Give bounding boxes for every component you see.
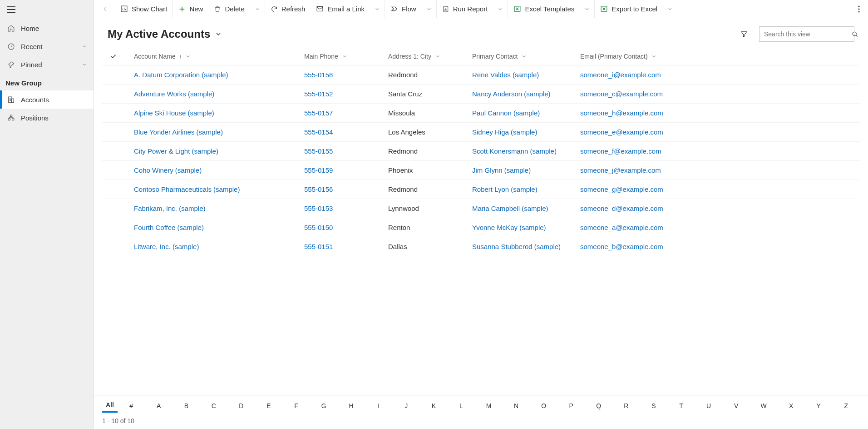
email-link[interactable]: someone_h@example.com — [580, 109, 663, 117]
cmd-delete[interactable]: Delete — [208, 0, 250, 18]
email-link[interactable]: someone_g@example.com — [580, 185, 663, 193]
alpha-filter-l[interactable]: L — [448, 399, 475, 412]
phone-link[interactable]: 555-0159 — [304, 166, 333, 174]
sidebar-item-recent[interactable]: Recent — [0, 37, 94, 55]
phone-link[interactable]: 555-0153 — [304, 205, 333, 212]
cmd-export-excel-chevron[interactable] — [663, 0, 677, 18]
table-row[interactable]: Alpine Ski House (sample)555-0157Missoul… — [102, 104, 860, 123]
account-name-link[interactable]: Fabrikam, Inc. (sample) — [134, 205, 206, 212]
alpha-filter-b[interactable]: B — [173, 399, 200, 412]
contact-link[interactable]: Jim Glynn (sample) — [472, 166, 531, 174]
search-input[interactable] — [760, 30, 848, 38]
table-row[interactable]: Coho Winery (sample)555-0159PhoenixJim G… — [102, 161, 860, 180]
alpha-filter-c[interactable]: C — [200, 399, 228, 412]
alpha-filter-z[interactable]: Z — [833, 399, 860, 412]
email-link[interactable]: someone_a@example.com — [580, 224, 663, 231]
phone-link[interactable]: 555-0157 — [304, 109, 333, 117]
alpha-filter-r[interactable]: R — [612, 399, 640, 412]
table-row[interactable]: Adventure Works (sample)555-0152Santa Cr… — [102, 85, 860, 104]
account-name-link[interactable]: Adventure Works (sample) — [134, 90, 214, 98]
table-row[interactable]: City Power & Light (sample)555-0155Redmo… — [102, 142, 860, 161]
contact-link[interactable]: Maria Campbell (sample) — [472, 205, 548, 212]
account-name-link[interactable]: Contoso Pharmaceuticals (sample) — [134, 185, 240, 193]
table-row[interactable]: Contoso Pharmaceuticals (sample)555-0156… — [102, 180, 860, 199]
contact-link[interactable]: Robert Lyon (sample) — [472, 185, 538, 193]
alpha-filter-m[interactable]: M — [475, 399, 503, 412]
alpha-filter-d[interactable]: D — [227, 399, 255, 412]
column-header-main-phone[interactable]: Main Phone — [304, 53, 388, 60]
sidebar-item-home[interactable]: Home — [0, 19, 94, 37]
contact-link[interactable]: Scott Konersmann (sample) — [472, 147, 557, 155]
hamburger-button[interactable] — [0, 0, 94, 19]
sidebar-item-pinned[interactable]: Pinned — [0, 55, 94, 74]
cmd-flow-chevron[interactable] — [422, 0, 437, 18]
column-header-primary-contact[interactable]: Primary Contact — [472, 53, 580, 60]
cmd-overflow[interactable] — [852, 0, 866, 18]
alpha-filter-f[interactable]: F — [282, 399, 310, 412]
cmd-email-link[interactable]: Email a Link — [311, 0, 370, 18]
contact-link[interactable]: Yvonne McKay (sample) — [472, 224, 546, 231]
cmd-new[interactable]: New — [173, 0, 208, 18]
alpha-filter-h[interactable]: H — [337, 399, 365, 412]
alpha-filter-all[interactable]: All — [102, 399, 118, 413]
column-header-email[interactable]: Email (Primary Contact) — [580, 53, 735, 60]
alpha-filter-a[interactable]: A — [145, 399, 173, 412]
alpha-filter-n[interactable]: N — [503, 399, 530, 412]
alpha-filter-x[interactable]: X — [777, 399, 805, 412]
phone-link[interactable]: 555-0156 — [304, 185, 333, 193]
alpha-filter-g[interactable]: G — [310, 399, 338, 412]
email-link[interactable]: someone_b@example.com — [580, 243, 663, 250]
cmd-excel-templates-chevron[interactable] — [580, 0, 595, 18]
account-name-link[interactable]: A. Datum Corporation (sample) — [134, 71, 228, 79]
alpha-filter-p[interactable]: P — [557, 399, 585, 412]
alpha-filter-v[interactable]: V — [722, 399, 750, 412]
search-box[interactable] — [759, 26, 854, 42]
email-link[interactable]: someone_c@example.com — [580, 90, 663, 98]
account-name-link[interactable]: Litware, Inc. (sample) — [134, 243, 199, 250]
column-header-city[interactable]: Address 1: City — [388, 53, 472, 60]
table-row[interactable]: Litware, Inc. (sample)555-0151DallasSusa… — [102, 237, 860, 256]
phone-link[interactable]: 555-0155 — [304, 147, 333, 155]
cmd-flow[interactable]: Flow — [385, 0, 422, 18]
cmd-email-link-chevron[interactable] — [370, 0, 385, 18]
column-header-account-name[interactable]: Account Name ↑ — [125, 53, 304, 60]
view-title[interactable]: My Active Accounts — [108, 28, 210, 40]
contact-link[interactable]: Rene Valdes (sample) — [472, 71, 539, 79]
contact-link[interactable]: Sidney Higa (sample) — [472, 128, 537, 136]
contact-link[interactable]: Paul Cannon (sample) — [472, 109, 540, 117]
alpha-filter-w[interactable]: W — [750, 399, 778, 412]
cmd-run-report-chevron[interactable] — [493, 0, 508, 18]
select-all-checkbox[interactable] — [102, 53, 125, 60]
email-link[interactable]: someone_d@example.com — [580, 205, 663, 212]
alpha-filter-q[interactable]: Q — [585, 399, 612, 412]
cmd-show-chart[interactable]: Show Chart — [115, 0, 173, 18]
table-row[interactable]: A. Datum Corporation (sample)555-0158Red… — [102, 65, 860, 85]
cmd-run-report[interactable]: Run Report — [437, 0, 493, 18]
alpha-filter-k[interactable]: K — [420, 399, 448, 412]
contact-link[interactable]: Susanna Stubberod (sample) — [472, 243, 561, 250]
account-name-link[interactable]: City Power & Light (sample) — [134, 147, 218, 155]
email-link[interactable]: someone_e@example.com — [580, 128, 663, 136]
phone-link[interactable]: 555-0158 — [304, 71, 333, 79]
phone-link[interactable]: 555-0152 — [304, 90, 333, 98]
table-row[interactable]: Fourth Coffee (sample)555-0150RentonYvon… — [102, 218, 860, 237]
contact-link[interactable]: Nancy Anderson (sample) — [472, 90, 551, 98]
cmd-refresh[interactable]: Refresh — [265, 0, 311, 18]
email-link[interactable]: someone_j@example.com — [580, 166, 661, 174]
account-name-link[interactable]: Coho Winery (sample) — [134, 166, 202, 174]
account-name-link[interactable]: Alpine Ski House (sample) — [134, 109, 214, 117]
alpha-filter-y[interactable]: Y — [805, 399, 833, 412]
back-button[interactable] — [102, 5, 109, 13]
alpha-filter-s[interactable]: S — [640, 399, 668, 412]
search-icon[interactable] — [848, 31, 862, 38]
table-row[interactable]: Fabrikam, Inc. (sample)555-0153LynnwoodM… — [102, 199, 860, 218]
alpha-filter-j[interactable]: J — [393, 399, 420, 412]
phone-link[interactable]: 555-0151 — [304, 243, 333, 250]
email-link[interactable]: someone_i@example.com — [580, 71, 661, 79]
cmd-export-excel[interactable]: Export to Excel — [595, 0, 663, 18]
filter-button[interactable] — [735, 26, 753, 42]
sidebar-item-accounts[interactable]: Accounts — [0, 90, 94, 109]
alpha-filter-u[interactable]: U — [695, 399, 723, 412]
phone-link[interactable]: 555-0154 — [304, 128, 333, 136]
alpha-filter-#[interactable]: # — [118, 399, 145, 412]
